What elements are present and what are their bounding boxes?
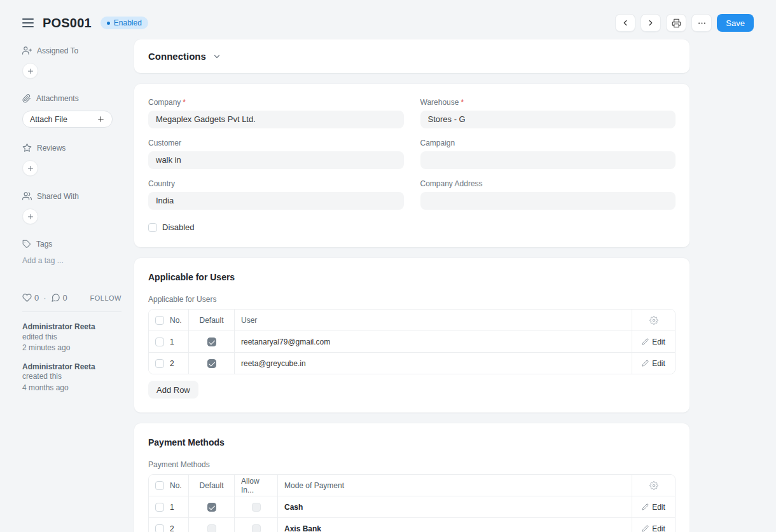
edit-row-button[interactable]: Edit — [642, 503, 665, 512]
edit-row-button[interactable]: Edit — [642, 359, 665, 368]
select-all-checkbox[interactable] — [155, 481, 164, 490]
social-row: 0 · 0 FOLLOW — [22, 293, 121, 303]
prev-button[interactable] — [615, 14, 635, 32]
edit-row-button[interactable]: Edit — [642, 524, 665, 532]
chevron-down-icon — [212, 52, 221, 61]
attach-file-button[interactable]: Attach File — [22, 111, 113, 128]
ellipsis-icon — [697, 18, 707, 28]
row-select-checkbox[interactable] — [155, 524, 164, 532]
add-row-button[interactable]: Add Row — [148, 381, 198, 399]
add-share-button[interactable] — [22, 208, 38, 224]
status-badge: Enabled — [100, 17, 148, 29]
page-title: POS001 — [43, 16, 92, 31]
default-checkbox[interactable] — [207, 524, 216, 532]
comment-icon[interactable] — [51, 293, 60, 303]
plus-icon — [27, 213, 34, 221]
plus-icon — [27, 165, 34, 172]
mode-of-payment-cell[interactable]: Axis Bank — [278, 518, 632, 532]
sidebar-shared-with: Shared With — [22, 191, 121, 224]
comments-count: 0 — [63, 293, 67, 303]
table-row: 2 reeta@greycube.in Edit — [149, 353, 675, 374]
user-plus-icon — [22, 46, 32, 55]
row-select-checkbox[interactable] — [155, 359, 164, 368]
pencil-icon — [642, 503, 649, 510]
payments-table: No. Default Allow In... Mode of Payment … — [148, 474, 676, 532]
field-campaign: Campaign — [420, 139, 676, 169]
disabled-checkbox-row[interactable]: Disabled — [148, 222, 676, 232]
edit-row-button[interactable]: Edit — [642, 338, 665, 346]
add-assignment-button[interactable] — [22, 63, 38, 79]
follow-button[interactable]: FOLLOW — [90, 294, 121, 302]
field-country: Country India — [148, 179, 404, 210]
default-checkbox[interactable] — [207, 359, 216, 368]
status-dot-icon — [107, 22, 110, 25]
users-table-label: Applicable for Users — [148, 295, 676, 304]
payment-methods-section: Payment Methods Payment Methods No. Defa… — [134, 423, 689, 532]
star-icon — [22, 143, 32, 153]
sidebar: Assigned To Attachments Attach File Revi… — [22, 33, 134, 532]
tag-icon — [22, 240, 31, 249]
allow-checkbox[interactable] — [252, 524, 261, 532]
field-company: Company* Megaplex Gadgets Pvt Ltd. — [148, 98, 404, 128]
activity-time: 2 minutes ago — [22, 343, 118, 353]
print-button[interactable] — [666, 14, 686, 32]
grid-settings-button[interactable] — [649, 316, 658, 325]
users-section-title: Applicable for Users — [148, 272, 676, 282]
default-checkbox[interactable] — [207, 503, 216, 512]
pencil-icon — [642, 525, 649, 532]
more-menu-button[interactable] — [691, 14, 712, 32]
row-select-checkbox[interactable] — [155, 338, 164, 346]
collapse-connections-button[interactable] — [212, 52, 221, 61]
sidebar-reviews: Reviews — [22, 143, 121, 176]
sidebar-attachments: Attachments Attach File — [22, 94, 121, 128]
shared-with-label: Shared With — [37, 192, 79, 201]
grid-settings-button[interactable] — [649, 481, 658, 490]
required-marker: * — [461, 98, 464, 107]
mode-of-payment-cell[interactable]: Cash — [278, 496, 632, 517]
reviews-label: Reviews — [37, 144, 66, 153]
pencil-icon — [642, 360, 649, 367]
payments-section-title: Payment Methods — [148, 437, 676, 447]
heart-icon[interactable] — [22, 293, 32, 303]
details-form-section: Company* Megaplex Gadgets Pvt Ltd. Wareh… — [134, 84, 689, 247]
next-button[interactable] — [641, 14, 661, 32]
chevron-right-icon — [646, 18, 655, 27]
plus-icon — [97, 115, 105, 123]
plus-icon — [27, 67, 34, 75]
row-select-checkbox[interactable] — [155, 503, 164, 512]
likes-count: 0 — [34, 293, 39, 303]
menu-icon[interactable] — [22, 18, 34, 27]
add-tag-input[interactable]: Add a tag ... — [22, 256, 121, 265]
field-company-address: Company Address — [420, 179, 676, 210]
sidebar-tags: Tags Add a tag ... — [22, 240, 121, 265]
main-content: Connections Company* Megaplex Gadgets Pv… — [134, 33, 689, 532]
users-table-header: No. Default User — [149, 310, 675, 331]
user-cell[interactable]: reeta@greycube.in — [235, 353, 632, 374]
add-review-button[interactable] — [22, 160, 38, 176]
users-icon — [22, 191, 32, 201]
disabled-label: Disabled — [162, 222, 195, 232]
table-row: 1 Cash Edit — [149, 496, 675, 518]
tags-label: Tags — [36, 240, 52, 249]
printer-icon — [672, 18, 681, 28]
page-header: POS001 Enabled Save — [0, 0, 776, 33]
customer-input[interactable]: walk in — [148, 151, 404, 169]
user-cell[interactable]: reetanaryal79@gmail.com — [235, 331, 632, 352]
select-all-checkbox[interactable] — [155, 316, 164, 325]
company-address-input[interactable] — [420, 192, 676, 210]
warehouse-input[interactable]: Stores - G — [420, 111, 676, 128]
activity-time: 4 months ago — [22, 383, 118, 393]
default-checkbox[interactable] — [207, 338, 216, 346]
campaign-input[interactable] — [420, 151, 676, 169]
pencil-icon — [642, 338, 649, 345]
attachments-label: Attachments — [36, 94, 79, 103]
activity-item: Administrator Reeta created this 4 month… — [22, 362, 118, 393]
connections-title: Connections — [148, 51, 206, 62]
assigned-to-label: Assigned To — [37, 46, 78, 55]
sidebar-divider — [22, 311, 121, 312]
country-input[interactable]: India — [148, 192, 404, 210]
company-input[interactable]: Megaplex Gadgets Pvt Ltd. — [148, 111, 404, 128]
disabled-checkbox[interactable] — [148, 223, 157, 232]
save-button[interactable]: Save — [717, 14, 754, 32]
allow-checkbox[interactable] — [252, 503, 261, 512]
